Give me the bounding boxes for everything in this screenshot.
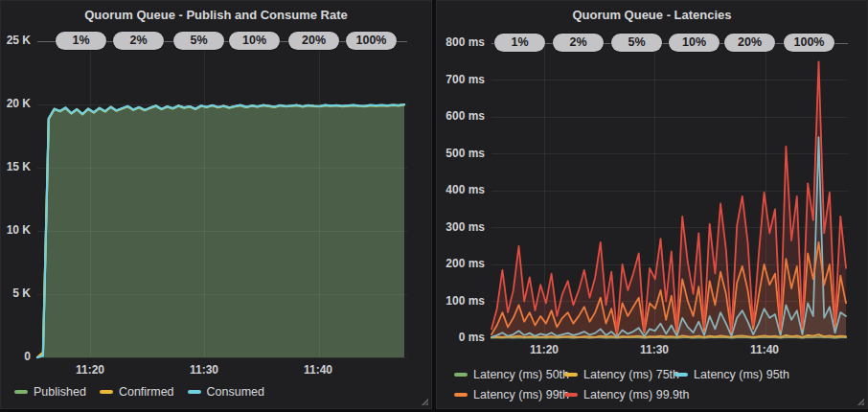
series-color-swatch (454, 373, 468, 377)
legend-label: Latency (ms) 99.9th (583, 388, 689, 401)
annotation-pill-2pct[interactable]: 2% (113, 32, 164, 50)
series-color-swatch (188, 390, 201, 394)
series-color-swatch (674, 373, 688, 377)
y-tick-label: 600 ms (437, 109, 485, 123)
y-tick-label: 0 (1, 350, 31, 363)
legend: Published Confirmed Consumed (14, 385, 264, 399)
legend-item-published[interactable]: Published (14, 385, 86, 399)
annotation-pill-2pct[interactable]: 2% (553, 34, 604, 52)
series-color-swatch (564, 373, 578, 377)
y-tick-label: 100 ms (437, 294, 485, 308)
time-series-plot[interactable] (1, 1, 431, 408)
legend-item-confirmed[interactable]: Confirmed (100, 385, 174, 399)
y-tick-label: 0 ms (437, 331, 485, 344)
series-color-swatch (454, 393, 468, 397)
y-tick-label: 15 K (1, 160, 31, 173)
annotation-pill-100pct[interactable]: 100% (346, 32, 397, 50)
annotation-pill-20pct[interactable]: 20% (724, 34, 775, 52)
y-tick-label: 10 K (1, 223, 31, 237)
legend-item-consumed[interactable]: Consumed (188, 385, 264, 399)
annotation-pill-100pct[interactable]: 100% (784, 34, 834, 52)
legend-item-latency-95th[interactable]: Latency (ms) 95th (674, 368, 785, 381)
annotation-pill-10pct[interactable]: 10% (669, 34, 720, 52)
legend-label: Published (34, 385, 86, 399)
legend-label: Latency (ms) 50th (473, 368, 569, 381)
legend-item-latency-99th[interactable]: Latency (ms) 99th (454, 388, 564, 401)
y-tick-label: 700 ms (437, 73, 485, 86)
annotation-pill-20pct[interactable]: 20% (288, 32, 339, 50)
y-tick-label: 500 ms (437, 147, 485, 160)
y-tick-label: 800 ms (437, 35, 485, 49)
series-color-swatch (100, 390, 113, 394)
x-tick-label: 11:20 (76, 363, 104, 377)
panel-title: Quorum Queue - Latencies (572, 1, 731, 22)
panel-title: Quorum Queue - Publish and Consume Rate (84, 1, 347, 22)
series-color-swatch (564, 393, 578, 397)
legend-label: Latency (ms) 99th (473, 388, 569, 401)
y-tick-label: 20 K (1, 97, 31, 110)
y-tick-label: 300 ms (437, 220, 485, 234)
x-tick-label: 11:40 (304, 363, 332, 377)
panel-resize-handle[interactable] (857, 398, 864, 405)
annotation-pill-10pct[interactable]: 10% (229, 32, 280, 50)
series-color-swatch (14, 390, 28, 394)
panel-header[interactable]: Quorum Queue - Latencies (437, 1, 867, 26)
annotation-pill-5pct[interactable]: 5% (173, 32, 224, 50)
y-tick-label: 5 K (1, 286, 31, 300)
legend-item-latency-50th[interactable]: Latency (ms) 50th (454, 368, 564, 381)
legend-item-latency-99-9th[interactable]: Latency (ms) 99.9th (564, 388, 674, 401)
legend-item-latency-75th[interactable]: Latency (ms) 75th (564, 368, 674, 381)
legend-label: Consumed (207, 385, 264, 399)
annotation-pill-1pct[interactable]: 1% (56, 32, 106, 50)
y-tick-label: 200 ms (437, 257, 485, 270)
panel-header[interactable]: Quorum Queue - Publish and Consume Rate (1, 1, 431, 26)
y-tick-label: 25 K (1, 34, 31, 47)
legend-label: Confirmed (119, 385, 174, 399)
x-tick-label: 11:40 (750, 343, 779, 356)
x-tick-label: 11:20 (530, 343, 559, 356)
legend-label: Latency (ms) 95th (694, 368, 789, 381)
panel-latencies: Quorum Queue - Latencies 800 ms 700 ms 6… (436, 0, 868, 409)
grafana-dashboard: Quorum Queue - Publish and Consume Rate … (0, 0, 868, 412)
legend-label: Latency (ms) 75th (583, 368, 679, 381)
x-tick-label: 11:30 (190, 363, 218, 377)
annotation-pill-5pct[interactable]: 5% (611, 34, 662, 52)
x-tick-label: 11:30 (640, 343, 669, 356)
panel-publish-consume-rate: Quorum Queue - Publish and Consume Rate … (0, 0, 432, 409)
annotation-pill-1pct[interactable]: 1% (494, 34, 545, 52)
panel-resize-handle[interactable] (421, 398, 428, 405)
legend: Latency (ms) 50th Latency (ms) 75th Late… (454, 368, 828, 401)
y-tick-label: 400 ms (437, 183, 485, 196)
